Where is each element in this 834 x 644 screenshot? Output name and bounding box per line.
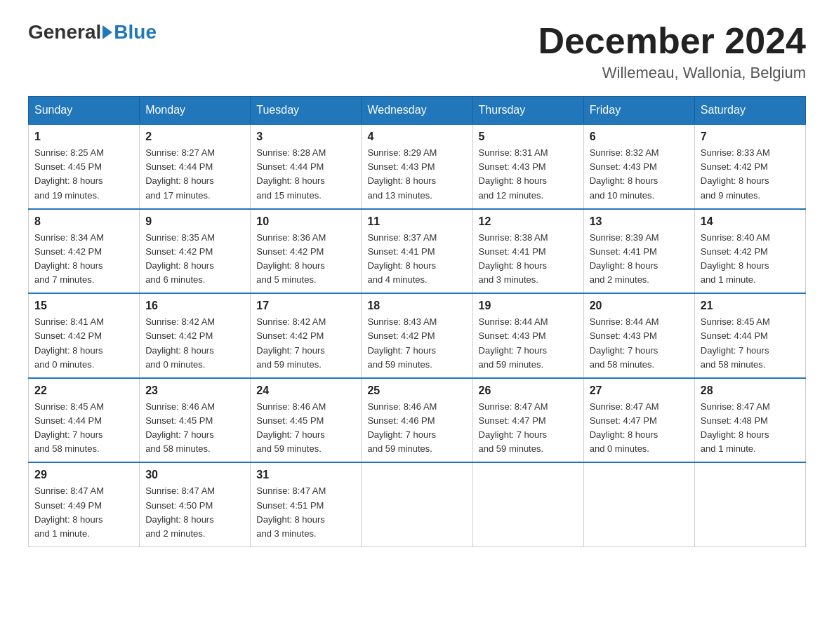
day-number: 30 xyxy=(145,469,244,481)
calendar-cell: 17Sunrise: 8:42 AMSunset: 4:42 PMDayligh… xyxy=(251,293,362,378)
day-number: 13 xyxy=(590,215,689,228)
calendar-cell: 16Sunrise: 8:42 AMSunset: 4:42 PMDayligh… xyxy=(140,293,251,378)
calendar-cell: 26Sunrise: 8:47 AMSunset: 4:47 PMDayligh… xyxy=(472,378,583,463)
calendar-cell xyxy=(583,462,694,546)
col-monday: Monday xyxy=(140,97,251,125)
day-number: 28 xyxy=(701,384,800,397)
day-info: Sunrise: 8:47 AMSunset: 4:47 PMDaylight:… xyxy=(479,400,578,457)
calendar-cell: 1Sunrise: 8:25 AMSunset: 4:45 PMDaylight… xyxy=(29,124,140,209)
day-info: Sunrise: 8:31 AMSunset: 4:43 PMDaylight:… xyxy=(479,146,578,203)
day-info: Sunrise: 8:32 AMSunset: 4:43 PMDaylight:… xyxy=(590,146,689,203)
calendar-cell: 11Sunrise: 8:37 AMSunset: 4:41 PMDayligh… xyxy=(362,209,472,294)
col-sunday: Sunday xyxy=(29,97,140,125)
calendar-cell: 18Sunrise: 8:43 AMSunset: 4:42 PMDayligh… xyxy=(362,293,472,378)
day-number: 11 xyxy=(367,215,466,228)
day-info: Sunrise: 8:38 AMSunset: 4:41 PMDaylight:… xyxy=(479,231,578,288)
calendar-cell: 14Sunrise: 8:40 AMSunset: 4:42 PMDayligh… xyxy=(694,209,805,294)
day-info: Sunrise: 8:44 AMSunset: 4:43 PMDaylight:… xyxy=(590,315,689,372)
day-info: Sunrise: 8:44 AMSunset: 4:43 PMDaylight:… xyxy=(479,315,578,372)
calendar-week-4: 22Sunrise: 8:45 AMSunset: 4:44 PMDayligh… xyxy=(29,378,806,463)
day-info: Sunrise: 8:47 AMSunset: 4:51 PMDaylight:… xyxy=(256,484,355,541)
day-info: Sunrise: 8:41 AMSunset: 4:42 PMDaylight:… xyxy=(34,315,133,372)
col-wednesday: Wednesday xyxy=(362,97,472,125)
day-number: 18 xyxy=(367,300,466,312)
day-number: 23 xyxy=(145,384,244,397)
calendar-cell: 6Sunrise: 8:32 AMSunset: 4:43 PMDaylight… xyxy=(583,124,694,209)
day-number: 31 xyxy=(256,469,355,481)
calendar-cell: 5Sunrise: 8:31 AMSunset: 4:43 PMDaylight… xyxy=(472,124,583,209)
calendar-cell: 21Sunrise: 8:45 AMSunset: 4:44 PMDayligh… xyxy=(694,293,805,378)
day-number: 17 xyxy=(256,300,355,312)
calendar-cell: 12Sunrise: 8:38 AMSunset: 4:41 PMDayligh… xyxy=(472,209,583,294)
calendar-cell: 25Sunrise: 8:46 AMSunset: 4:46 PMDayligh… xyxy=(362,378,472,463)
calendar-cell xyxy=(694,462,805,546)
logo-arrow-icon xyxy=(102,25,112,39)
day-info: Sunrise: 8:33 AMSunset: 4:42 PMDaylight:… xyxy=(701,146,800,203)
calendar-cell: 8Sunrise: 8:34 AMSunset: 4:42 PMDaylight… xyxy=(29,209,140,294)
day-info: Sunrise: 8:40 AMSunset: 4:42 PMDaylight:… xyxy=(701,231,800,288)
calendar-body: 1Sunrise: 8:25 AMSunset: 4:45 PMDaylight… xyxy=(29,124,806,546)
calendar-cell: 24Sunrise: 8:46 AMSunset: 4:45 PMDayligh… xyxy=(251,378,362,463)
calendar-cell: 27Sunrise: 8:47 AMSunset: 4:47 PMDayligh… xyxy=(583,378,694,463)
logo-general-text: General xyxy=(28,21,101,43)
month-title: December 2024 xyxy=(538,21,806,61)
day-number: 16 xyxy=(145,300,244,312)
calendar-cell: 28Sunrise: 8:47 AMSunset: 4:48 PMDayligh… xyxy=(694,378,805,463)
logo: General Blue xyxy=(28,21,157,43)
calendar-cell: 23Sunrise: 8:46 AMSunset: 4:45 PMDayligh… xyxy=(140,378,251,463)
col-thursday: Thursday xyxy=(472,97,583,125)
day-info: Sunrise: 8:34 AMSunset: 4:42 PMDaylight:… xyxy=(34,231,133,288)
day-info: Sunrise: 8:42 AMSunset: 4:42 PMDaylight:… xyxy=(145,315,244,372)
day-info: Sunrise: 8:46 AMSunset: 4:45 PMDaylight:… xyxy=(256,400,355,457)
calendar-week-2: 8Sunrise: 8:34 AMSunset: 4:42 PMDaylight… xyxy=(29,209,806,294)
calendar-cell: 13Sunrise: 8:39 AMSunset: 4:41 PMDayligh… xyxy=(583,209,694,294)
day-info: Sunrise: 8:27 AMSunset: 4:44 PMDaylight:… xyxy=(145,146,244,203)
calendar-cell: 15Sunrise: 8:41 AMSunset: 4:42 PMDayligh… xyxy=(29,293,140,378)
calendar-header: Sunday Monday Tuesday Wednesday Thursday… xyxy=(29,97,806,125)
day-info: Sunrise: 8:39 AMSunset: 4:41 PMDaylight:… xyxy=(590,231,689,288)
calendar-cell: 2Sunrise: 8:27 AMSunset: 4:44 PMDaylight… xyxy=(140,124,251,209)
calendar-cell xyxy=(472,462,583,546)
day-info: Sunrise: 8:45 AMSunset: 4:44 PMDaylight:… xyxy=(701,315,800,372)
day-info: Sunrise: 8:29 AMSunset: 4:43 PMDaylight:… xyxy=(367,146,466,203)
day-number: 27 xyxy=(590,384,689,397)
day-info: Sunrise: 8:43 AMSunset: 4:42 PMDaylight:… xyxy=(367,315,466,372)
day-number: 14 xyxy=(701,215,800,228)
title-block: December 2024 Willemeau, Wallonia, Belgi… xyxy=(538,21,806,82)
day-number: 21 xyxy=(701,300,800,312)
day-info: Sunrise: 8:28 AMSunset: 4:44 PMDaylight:… xyxy=(256,146,355,203)
day-number: 7 xyxy=(701,130,800,143)
location-subtitle: Willemeau, Wallonia, Belgium xyxy=(538,64,806,82)
day-number: 8 xyxy=(34,215,133,228)
calendar-cell: 19Sunrise: 8:44 AMSunset: 4:43 PMDayligh… xyxy=(472,293,583,378)
day-number: 5 xyxy=(479,130,578,143)
day-number: 25 xyxy=(367,384,466,397)
calendar-cell: 9Sunrise: 8:35 AMSunset: 4:42 PMDaylight… xyxy=(140,209,251,294)
day-number: 10 xyxy=(256,215,355,228)
day-info: Sunrise: 8:36 AMSunset: 4:42 PMDaylight:… xyxy=(256,231,355,288)
day-number: 3 xyxy=(256,130,355,143)
day-number: 4 xyxy=(367,130,466,143)
day-number: 12 xyxy=(479,215,578,228)
calendar-week-1: 1Sunrise: 8:25 AMSunset: 4:45 PMDaylight… xyxy=(29,124,806,209)
calendar-cell xyxy=(362,462,472,546)
page-header: General Blue December 2024 Willemeau, Wa… xyxy=(28,21,806,82)
calendar-table: Sunday Monday Tuesday Wednesday Thursday… xyxy=(28,96,806,547)
calendar-cell: 30Sunrise: 8:47 AMSunset: 4:50 PMDayligh… xyxy=(140,462,251,546)
header-row: Sunday Monday Tuesday Wednesday Thursday… xyxy=(29,97,806,125)
calendar-cell: 22Sunrise: 8:45 AMSunset: 4:44 PMDayligh… xyxy=(29,378,140,463)
calendar-cell: 10Sunrise: 8:36 AMSunset: 4:42 PMDayligh… xyxy=(251,209,362,294)
day-number: 2 xyxy=(145,130,244,143)
logo-blue-text: Blue xyxy=(114,21,157,43)
day-info: Sunrise: 8:37 AMSunset: 4:41 PMDaylight:… xyxy=(367,231,466,288)
day-number: 26 xyxy=(479,384,578,397)
day-info: Sunrise: 8:42 AMSunset: 4:42 PMDaylight:… xyxy=(256,315,355,372)
calendar-cell: 29Sunrise: 8:47 AMSunset: 4:49 PMDayligh… xyxy=(29,462,140,546)
day-info: Sunrise: 8:47 AMSunset: 4:50 PMDaylight:… xyxy=(145,484,244,541)
calendar-cell: 20Sunrise: 8:44 AMSunset: 4:43 PMDayligh… xyxy=(583,293,694,378)
day-info: Sunrise: 8:47 AMSunset: 4:49 PMDaylight:… xyxy=(34,484,133,541)
day-number: 22 xyxy=(34,384,133,397)
calendar-week-3: 15Sunrise: 8:41 AMSunset: 4:42 PMDayligh… xyxy=(29,293,806,378)
day-number: 24 xyxy=(256,384,355,397)
day-number: 9 xyxy=(145,215,244,228)
